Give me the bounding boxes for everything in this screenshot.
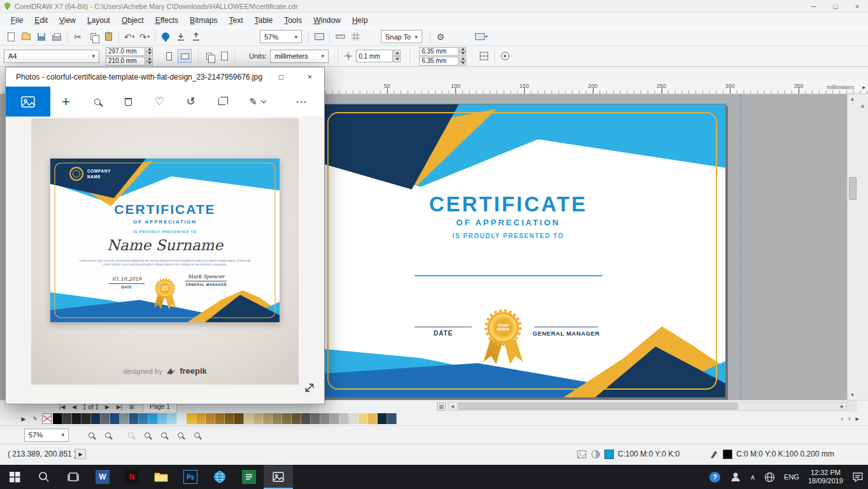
edit-button[interactable]: ✎ — [238, 87, 277, 117]
favorite-button[interactable]: ♡ — [144, 87, 175, 117]
menu-view[interactable]: View — [53, 14, 82, 27]
page-height-field[interactable]: 210.0 mm — [106, 57, 145, 66]
cut-button[interactable]: ✂ — [70, 29, 85, 45]
zoom-out-button[interactable] — [99, 428, 116, 442]
color-swatch[interactable] — [206, 413, 215, 424]
close-document-icon[interactable]: × — [858, 102, 867, 110]
color-swatch[interactable] — [120, 413, 129, 424]
palette-scroll-left-icon[interactable]: ‹ — [841, 415, 843, 423]
fullscreen-preview-button[interactable] — [311, 29, 327, 45]
menu-text[interactable]: Text — [223, 14, 248, 27]
nudge-distance-field[interactable]: 0.1 mm — [356, 50, 393, 62]
rotate-button[interactable]: ↺ — [175, 87, 206, 117]
horizontal-scrollbar[interactable]: ◄ ► — [448, 402, 847, 411]
netflix-taskbar-icon[interactable]: N — [117, 465, 146, 489]
snap-to-dropdown[interactable]: Snap To▾ — [381, 30, 422, 43]
color-swatch[interactable] — [53, 413, 62, 424]
color-swatch[interactable] — [292, 413, 301, 424]
application-launcher-button[interactable] — [158, 29, 173, 45]
photos-taskbar-icon[interactable] — [264, 465, 293, 489]
color-swatch[interactable] — [82, 413, 91, 424]
draw-complex-button[interactable] — [497, 48, 513, 64]
vertical-guideline[interactable] — [741, 94, 741, 400]
color-swatch[interactable] — [244, 413, 253, 424]
search-icon[interactable] — [29, 465, 59, 489]
units-combo[interactable]: millimeters▾ — [270, 50, 329, 63]
scroll-left-arrow[interactable]: ◄ — [448, 404, 457, 409]
add-page-button[interactable]: ⊞ — [127, 404, 136, 410]
vertical-scroll-thumb[interactable] — [849, 177, 857, 200]
fill-color-swatch[interactable] — [604, 450, 614, 459]
scroll-down-arrow[interactable]: ▼ — [848, 390, 857, 400]
zoom-to-page-button[interactable] — [155, 428, 172, 442]
menu-help[interactable]: Help — [346, 14, 374, 27]
minimize-button[interactable]: ─ — [803, 0, 825, 12]
see-more-button[interactable]: ⋯ — [286, 87, 317, 117]
color-swatch[interactable] — [158, 413, 167, 424]
zoom-to-selection-button[interactable] — [122, 428, 139, 442]
import-button[interactable] — [173, 29, 189, 45]
no-color-swatch[interactable] — [42, 413, 52, 424]
nudge-down-button[interactable] — [394, 56, 401, 62]
color-swatch[interactable] — [177, 413, 187, 424]
color-swatch[interactable] — [301, 413, 311, 424]
action-center-icon[interactable] — [848, 465, 868, 489]
color-swatch[interactable] — [339, 413, 349, 424]
color-swatch[interactable] — [148, 413, 158, 424]
color-swatch[interactable] — [129, 413, 139, 424]
palette-expand-icon[interactable]: ▸ — [855, 415, 859, 423]
all-pages-button[interactable] — [201, 48, 217, 64]
dupx-up-button[interactable] — [459, 47, 466, 52]
previous-page-button[interactable]: ◀ — [69, 404, 79, 410]
color-swatch[interactable] — [349, 413, 359, 424]
zoom-to-height-button[interactable] — [189, 428, 205, 442]
first-page-button[interactable]: |◀ — [57, 404, 67, 410]
close-button[interactable]: × — [846, 0, 868, 12]
height-down-button[interactable] — [146, 61, 153, 66]
ruler-flyout-icon[interactable]: ▸ — [862, 84, 865, 90]
print-button[interactable] — [49, 29, 64, 45]
menu-edit[interactable]: Edit — [29, 14, 53, 27]
color-swatch[interactable] — [215, 413, 225, 424]
color-swatch[interactable] — [72, 413, 82, 424]
bottom-zoom-combo[interactable]: 57%▾ — [24, 429, 69, 442]
zoom-level-combo[interactable]: 57%▾ — [260, 30, 302, 43]
color-swatch[interactable] — [368, 413, 378, 424]
duplicate-x-field[interactable]: 6.35 mm — [419, 47, 459, 56]
show-hidden-icons-chevron[interactable]: ∧ — [746, 465, 760, 489]
color-swatch[interactable] — [62, 413, 72, 424]
open-button[interactable] — [18, 29, 34, 45]
task-view-button[interactable] — [59, 465, 88, 489]
delete-button[interactable] — [113, 87, 144, 117]
color-swatch[interactable] — [253, 413, 263, 424]
eyedropper-icon[interactable]: ✎ — [29, 416, 41, 422]
add-to-album-button[interactable]: + — [50, 87, 82, 117]
status-flyout-button[interactable]: ▶ — [75, 449, 86, 459]
vertical-scrollbar[interactable]: ▲ ▼ — [847, 94, 857, 400]
language-indicator[interactable]: ENG — [779, 465, 804, 489]
color-swatch[interactable] — [225, 413, 234, 424]
copy-button[interactable] — [85, 29, 101, 45]
save-button[interactable] — [34, 29, 49, 45]
undo-button[interactable]: ↶▾ — [122, 29, 137, 45]
color-swatch[interactable] — [359, 413, 368, 424]
new-document-button[interactable] — [3, 29, 18, 45]
horizontal-scroll-thumb[interactable] — [458, 403, 738, 409]
zoom-to-width-button[interactable] — [172, 428, 189, 442]
menu-object[interactable]: Object — [116, 14, 150, 27]
color-swatch[interactable] — [234, 413, 244, 424]
photoshop-taskbar-icon[interactable]: Ps — [176, 465, 205, 489]
clock[interactable]: 12:32 PM 18/09/2019 — [804, 465, 848, 489]
page-width-field[interactable]: 297.0 mm — [106, 47, 145, 56]
menu-layout[interactable]: Layout — [82, 14, 116, 27]
dupy-down-button[interactable] — [459, 61, 466, 66]
options-button[interactable]: ⚙ — [433, 29, 448, 45]
notes-taskbar-icon[interactable] — [234, 465, 264, 489]
scroll-right-arrow[interactable]: ► — [838, 404, 846, 409]
see-all-photos-button[interactable] — [6, 87, 50, 117]
color-swatch[interactable] — [101, 413, 110, 424]
photos-maximize-button[interactable]: □ — [267, 67, 295, 87]
document-page[interactable]: CERTIFICATE OF APPRECIATION IS PROUDLY P… — [318, 104, 726, 398]
width-up-button[interactable] — [146, 47, 153, 52]
menu-table[interactable]: Table — [248, 14, 278, 27]
